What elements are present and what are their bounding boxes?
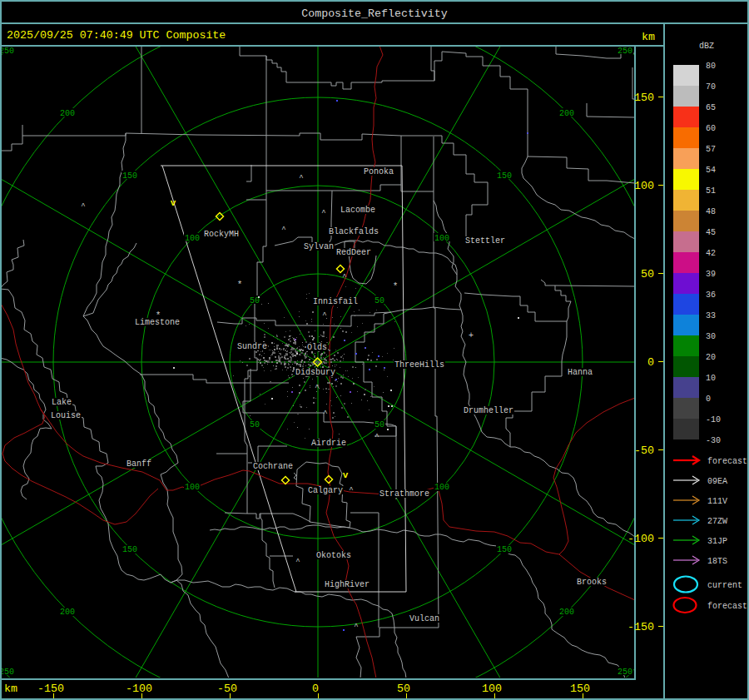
svg-text:Lake: Lake xyxy=(52,398,72,407)
svg-text:0: 0 xyxy=(647,356,654,369)
svg-text:200: 200 xyxy=(559,109,574,118)
svg-text:250: 250 xyxy=(0,47,14,56)
svg-text:RedDeer: RedDeer xyxy=(336,248,371,257)
svg-text:^: ^ xyxy=(299,174,303,182)
svg-text:dBZ: dBZ xyxy=(699,42,714,51)
svg-text:Strathmore: Strathmore xyxy=(379,489,429,499)
svg-text:Lacombe: Lacombe xyxy=(340,206,375,215)
svg-text:^: ^ xyxy=(322,311,326,320)
svg-text:50: 50 xyxy=(250,420,260,429)
svg-text:^: ^ xyxy=(315,384,319,392)
svg-text:^: ^ xyxy=(323,410,327,418)
svg-text:33: 33 xyxy=(706,311,716,320)
svg-text:09EA: 09EA xyxy=(707,477,727,486)
svg-text:Brooks: Brooks xyxy=(577,578,607,587)
svg-text:Cochrane: Cochrane xyxy=(253,462,293,471)
svg-text:-30: -30 xyxy=(706,436,721,445)
svg-text:45: 45 xyxy=(706,228,716,237)
svg-text:250: 250 xyxy=(618,668,632,677)
svg-text:Ponoka: Ponoka xyxy=(364,167,394,176)
svg-text:200: 200 xyxy=(60,109,75,118)
svg-text:v: v xyxy=(343,470,349,480)
svg-text:-100: -100 xyxy=(126,683,152,695)
svg-text:31JP: 31JP xyxy=(707,537,727,546)
svg-text:200: 200 xyxy=(559,608,574,617)
svg-text:-50: -50 xyxy=(634,444,654,457)
svg-text:^: ^ xyxy=(342,273,346,281)
svg-text:Stettler: Stettler xyxy=(465,236,505,246)
svg-text:100: 100 xyxy=(482,683,502,695)
svg-text:150: 150 xyxy=(634,92,654,104)
svg-text:50: 50 xyxy=(397,683,410,695)
svg-text:km: km xyxy=(4,683,17,695)
svg-text:48: 48 xyxy=(706,207,716,216)
svg-text:111V: 111V xyxy=(707,497,727,506)
svg-text:Drumheller: Drumheller xyxy=(464,406,513,415)
svg-text:250: 250 xyxy=(618,47,632,56)
svg-text:Okotoks: Okotoks xyxy=(316,551,351,560)
svg-text:-150: -150 xyxy=(627,621,654,633)
svg-text:^: ^ xyxy=(281,226,285,234)
svg-text:250: 250 xyxy=(0,668,14,677)
svg-text:RockyMH: RockyMH xyxy=(204,230,239,239)
svg-text:42: 42 xyxy=(706,249,716,258)
svg-text:57: 57 xyxy=(706,145,716,154)
svg-text:^: ^ xyxy=(81,202,85,211)
svg-text:2025/09/25 07:40:49 UTC Compos: 2025/09/25 07:40:49 UTC Composite xyxy=(7,29,226,42)
svg-text:18TS: 18TS xyxy=(707,557,727,566)
svg-text:Innisfail: Innisfail xyxy=(313,297,358,306)
svg-text:70: 70 xyxy=(706,82,716,92)
svg-text:^: ^ xyxy=(321,209,325,217)
svg-text:20: 20 xyxy=(706,353,716,362)
svg-text:Didsbury: Didsbury xyxy=(295,368,335,377)
svg-text:50: 50 xyxy=(641,268,654,280)
svg-text:150: 150 xyxy=(497,545,512,554)
svg-text:150: 150 xyxy=(497,171,512,181)
svg-text:-150: -150 xyxy=(37,683,64,695)
svg-text:-100: -100 xyxy=(627,533,654,545)
svg-text:65: 65 xyxy=(706,103,716,112)
svg-text:50: 50 xyxy=(374,296,384,305)
svg-text:Sundre: Sundre xyxy=(237,342,267,351)
svg-text:^: ^ xyxy=(374,433,379,441)
svg-text:27ZW: 27ZW xyxy=(707,517,727,526)
svg-text:*: * xyxy=(393,281,399,291)
svg-text:km: km xyxy=(642,31,655,43)
svg-text:51: 51 xyxy=(706,186,716,196)
svg-text:-50: -50 xyxy=(217,683,237,695)
svg-text:forecast: forecast xyxy=(707,602,747,611)
svg-text:Banff: Banff xyxy=(126,459,151,469)
svg-text:100: 100 xyxy=(434,483,449,492)
svg-text:0: 0 xyxy=(312,683,319,695)
svg-text:Hanna: Hanna xyxy=(568,368,593,377)
svg-text:36: 36 xyxy=(706,290,716,300)
svg-text:150: 150 xyxy=(122,171,137,181)
svg-text:^: ^ xyxy=(354,623,358,631)
svg-text:100: 100 xyxy=(185,483,200,492)
svg-text:150: 150 xyxy=(570,683,590,695)
svg-text:Blackfalds: Blackfalds xyxy=(329,227,379,236)
svg-text:^: ^ xyxy=(349,486,353,494)
svg-text:50: 50 xyxy=(374,420,384,429)
svg-text:Calgary: Calgary xyxy=(308,486,343,495)
svg-text:100: 100 xyxy=(185,234,200,243)
svg-text:current: current xyxy=(707,581,742,590)
svg-text:100: 100 xyxy=(434,234,449,243)
svg-text:39: 39 xyxy=(706,270,716,279)
svg-text:*: * xyxy=(237,280,243,290)
svg-text:Composite_Reflectivity: Composite_Reflectivity xyxy=(301,7,448,20)
svg-text:80: 80 xyxy=(706,62,716,71)
svg-text:forecast: forecast xyxy=(707,457,747,466)
svg-text:HighRiver: HighRiver xyxy=(325,580,370,589)
svg-text:Louise: Louise xyxy=(51,411,81,420)
svg-text:0: 0 xyxy=(706,395,711,404)
svg-text:Airdrie: Airdrie xyxy=(311,439,346,448)
svg-text:-10: -10 xyxy=(706,415,721,424)
svg-text:200: 200 xyxy=(60,608,75,617)
svg-text:60: 60 xyxy=(706,124,716,133)
svg-text:ThreeHills: ThreeHills xyxy=(394,360,444,370)
svg-text:+: + xyxy=(469,331,474,340)
svg-text:30: 30 xyxy=(706,332,716,341)
svg-text:Olds: Olds xyxy=(307,343,327,352)
svg-text:54: 54 xyxy=(706,166,716,175)
